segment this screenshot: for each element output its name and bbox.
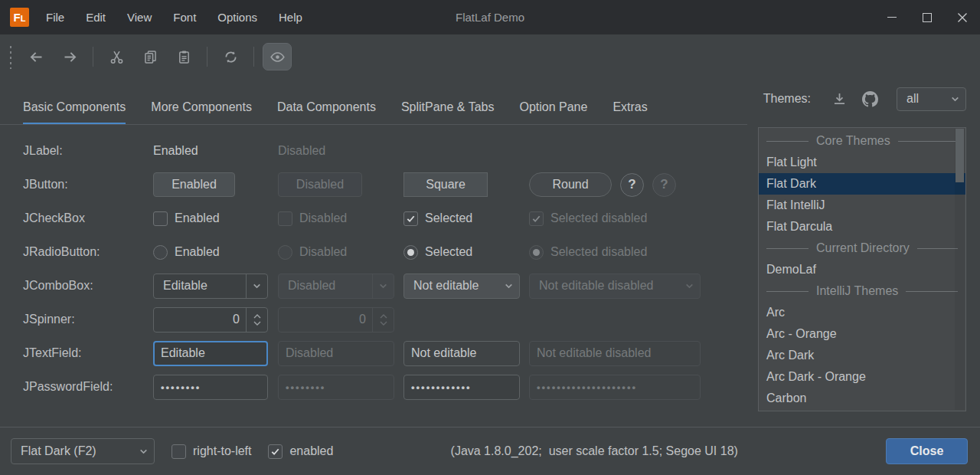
tab-extras[interactable]: Extras (612, 90, 647, 125)
radio-enabled[interactable]: Enabled (153, 245, 278, 260)
passwordfield-not-editable-disabled (529, 375, 701, 400)
radio-circle (278, 245, 292, 260)
square-button[interactable]: Square (403, 172, 488, 197)
minimize-button[interactable] (874, 0, 910, 34)
theme-item-arc[interactable]: Arc (759, 302, 965, 323)
checkbox-enabled[interactable]: Enabled (153, 211, 278, 226)
chevron-down-icon[interactable] (498, 281, 519, 291)
theme-item-carbon[interactable]: Carbon (759, 388, 965, 409)
spinner-disabled: 0 (278, 307, 394, 332)
menu-options[interactable]: Options (207, 0, 268, 34)
theme-group-separator: Current Directory (759, 238, 965, 259)
theme-filter-value: all (897, 92, 944, 106)
themes-scrollbar[interactable] (955, 129, 965, 410)
jpasswordfield-row-label: JPasswordField: (23, 380, 153, 394)
checkbox-box (268, 444, 283, 459)
checkbox-box (153, 211, 168, 226)
radio-dot (533, 249, 540, 256)
theme-item-flat-darcula[interactable]: Flat Darcula (759, 216, 965, 238)
textfield-editable[interactable] (153, 341, 268, 366)
checkbox-box (278, 211, 292, 226)
minimize-icon (887, 17, 897, 18)
round-button[interactable]: Round (529, 172, 612, 197)
tab-bar: Basic Components More Components Data Co… (0, 79, 980, 125)
tab-data-components[interactable]: Data Components (277, 90, 376, 125)
theme-item-flat-intellij[interactable]: Flat IntelliJ (759, 195, 965, 216)
refresh-button[interactable] (216, 43, 245, 70)
theme-item-flat-light[interactable]: Flat Light (759, 152, 965, 173)
show-details-toggle-button[interactable] (263, 43, 292, 70)
menu-view[interactable]: View (116, 0, 162, 34)
chevron-down-icon[interactable] (246, 274, 267, 298)
maximize-icon (923, 13, 932, 22)
chevron-down-icon (372, 274, 394, 298)
paste-button[interactable] (169, 43, 198, 70)
jtextfield-row-label: JTextField: (23, 346, 153, 360)
check-icon (406, 214, 416, 224)
menu-file[interactable]: File (35, 0, 75, 34)
close-button[interactable]: Close (886, 438, 968, 464)
theme-item-demolaf[interactable]: DemoLaf (759, 259, 965, 280)
laf-combobox[interactable]: Flat Dark (F2) (11, 438, 155, 464)
refresh-icon (223, 49, 239, 65)
combobox-editable[interactable]: Editable (153, 274, 268, 299)
title-bar: FL File Edit View Font Options Help Flat… (0, 0, 980, 34)
theme-item-arc-dark[interactable]: Arc Dark (759, 345, 965, 366)
toolbar (0, 34, 980, 79)
radio-selected[interactable]: Selected (403, 245, 529, 260)
combobox-not-editable[interactable]: Not editable (403, 274, 520, 299)
jcheckbox-row-label: JCheckBox (23, 211, 153, 225)
radio-disabled: Disabled (278, 245, 403, 260)
right-to-left-checkbox[interactable]: right-to-left (172, 444, 251, 459)
jspinner-row-label: JSpinner: (23, 313, 153, 326)
toolbar-grip-handle[interactable] (9, 44, 12, 69)
passwordfield-editable[interactable] (153, 375, 268, 400)
themes-controls: Themes: all (763, 86, 966, 112)
forward-button[interactable] (55, 43, 84, 70)
menu-font[interactable]: Font (162, 0, 207, 34)
theme-item-arc-orange[interactable]: Arc - Orange (759, 323, 965, 345)
app-logo: FL (10, 8, 29, 27)
passwordfield-not-editable[interactable] (403, 375, 520, 400)
cut-button[interactable] (102, 43, 131, 70)
help-button[interactable]: ? (620, 173, 644, 197)
textfield-not-editable[interactable] (403, 341, 520, 366)
download-themes-button[interactable] (828, 87, 851, 110)
status-text: (Java 1.8.0_202; user scale factor 1.5; … (333, 444, 886, 458)
eye-icon (270, 49, 286, 65)
theme-item-arc-dark-orange[interactable]: Arc Dark - Orange (759, 366, 965, 388)
toolbar-separator (207, 47, 207, 67)
combobox-disabled: Disabled (278, 274, 394, 299)
jlabel-row-label: JLabel: (23, 144, 153, 158)
menu-edit[interactable]: Edit (75, 0, 116, 34)
checkbox-box (529, 211, 544, 226)
menu-help[interactable]: Help (268, 0, 313, 34)
maximize-button[interactable] (910, 0, 945, 34)
checkbox-box (403, 211, 418, 226)
label-disabled: Disabled (278, 144, 325, 157)
enabled-checkbox[interactable]: enabled (268, 444, 333, 459)
github-button[interactable] (858, 87, 881, 110)
spinner-enabled[interactable]: 0 (153, 307, 268, 332)
back-button[interactable] (21, 43, 51, 70)
jcombobox-row-label: JComboBox: (23, 279, 153, 293)
tab-option-pane[interactable]: Option Pane (519, 90, 587, 125)
radio-circle (153, 245, 168, 260)
question-mark-icon: ? (660, 177, 668, 192)
tab-basic-components[interactable]: Basic Components (23, 90, 126, 125)
close-window-button[interactable] (945, 0, 980, 34)
theme-filter-combobox[interactable]: all (897, 87, 966, 111)
spinner-up-icon[interactable] (253, 314, 261, 319)
scrollbar-thumb[interactable] (956, 129, 964, 182)
copy-button[interactable] (136, 43, 165, 70)
laf-combo-value: Flat Dark (F2) (11, 444, 132, 458)
theme-item-flat-dark[interactable]: Flat Dark (759, 173, 965, 195)
spinner-down-icon (380, 321, 387, 326)
tab-splitpane-tabs[interactable]: SplitPane & Tabs (401, 90, 495, 125)
enabled-button[interactable]: Enabled (153, 172, 235, 197)
theme-group-separator: Core Themes (759, 130, 965, 152)
tab-more-components[interactable]: More Components (151, 90, 252, 125)
check-icon (270, 447, 280, 457)
spinner-down-icon[interactable] (253, 321, 261, 326)
checkbox-selected[interactable]: Selected (403, 211, 529, 226)
